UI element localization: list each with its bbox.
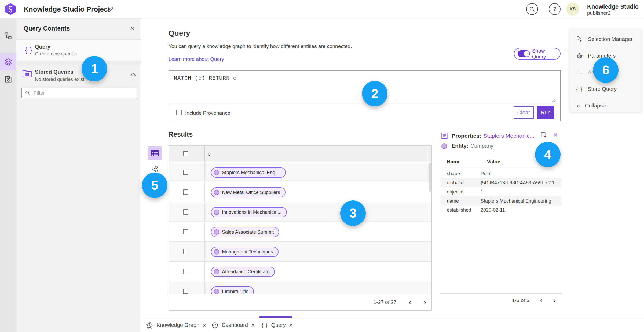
sidebar-item-data-model[interactable]: [0, 27, 16, 44]
table-view-button[interactable]: [148, 146, 162, 160]
property-row: objectid 1: [440, 187, 562, 196]
entity-dot-icon: [214, 249, 219, 255]
badge-number: 6: [602, 63, 609, 77]
panel-item-stored-queries[interactable]: Stored Queries No stored queries exist: [16, 65, 141, 86]
menu-item-label: Store Query: [588, 86, 617, 92]
property-row: established 2020-02-11: [440, 206, 562, 215]
account-name: Knowledge Studio: [587, 3, 639, 10]
top-bar: Knowledge Studio Project ? KS Knowledge …: [0, 0, 644, 18]
close-properties-button[interactable]: ×: [553, 131, 558, 139]
hexagon-logo-icon: [5, 3, 16, 16]
close-tab-icon[interactable]: ×: [251, 322, 255, 329]
entity-pill[interactable]: Innovations in Mechanical...: [211, 207, 287, 217]
entity-pill[interactable]: New Metal Office Suppliers: [211, 187, 286, 197]
menu-item-store-query[interactable]: { } Store Query: [570, 81, 642, 97]
menu-item-selection-manager[interactable]: Selection Manager: [570, 31, 642, 47]
next-page-button[interactable]: ›: [424, 299, 426, 306]
property-value: Point: [481, 171, 492, 177]
search-icon: [529, 6, 535, 12]
next-page-button[interactable]: ›: [553, 297, 556, 304]
divider: [169, 104, 560, 104]
row-checkbox[interactable]: [183, 249, 188, 254]
menu-item-label: Selection Manager: [588, 36, 633, 42]
sidebar-item-layers[interactable]: [0, 53, 16, 70]
chevron-up-icon[interactable]: [130, 73, 136, 76]
layers-icon: [4, 58, 12, 66]
select-all-checkbox[interactable]: [183, 151, 188, 156]
entity-type-value: Company: [470, 143, 493, 149]
account-role: publisher2: [587, 10, 611, 16]
results-table: e Staplers Mechanical Engi... New Metal …: [169, 145, 432, 311]
property-name: shape: [440, 171, 481, 177]
clear-button[interactable]: Clear: [514, 106, 534, 119]
include-provenance-label: Include Provenance: [185, 110, 230, 116]
annotation-badge-5: 5: [142, 173, 167, 198]
row-checkbox[interactable]: [183, 209, 188, 215]
menu-item-collapse[interactable]: » Collapse: [570, 97, 642, 114]
column-header-e: e: [208, 151, 211, 157]
learn-more-link[interactable]: Learn more about Query: [169, 56, 224, 62]
data-model-icon: [5, 32, 12, 40]
annotation-badge-2: 2: [362, 81, 387, 106]
results-pagination-text: 1-27 of 27: [374, 299, 397, 305]
entity-pill-label: Firebird Title: [222, 289, 248, 294]
sidebar-item-save[interactable]: [0, 71, 16, 88]
panel-title: Query Contents: [24, 25, 70, 32]
help-button[interactable]: ?: [549, 3, 561, 15]
close-tab-icon[interactable]: ×: [289, 322, 293, 329]
entity-pill[interactable]: Firebird Title: [211, 286, 254, 294]
row-checkbox[interactable]: [183, 269, 188, 274]
tab-query[interactable]: { } Query ×: [262, 318, 293, 332]
left-rail: »: [0, 18, 16, 332]
project-title: Knowledge Studio Project: [24, 5, 110, 13]
page-title: Query: [169, 29, 190, 38]
entity-pill[interactable]: Attendance Certificate: [211, 267, 275, 277]
close-tab-icon[interactable]: ×: [203, 322, 206, 329]
prev-page-button[interactable]: ‹: [540, 297, 542, 304]
table-row: Innovations in Mechanical...: [169, 202, 431, 222]
entity-dot-icon: [214, 210, 219, 215]
row-checkbox[interactable]: [183, 229, 188, 234]
row-checkbox[interactable]: [183, 170, 188, 175]
entity-pill[interactable]: Sales Associate Summit: [211, 227, 279, 237]
avatar[interactable]: KS: [566, 3, 579, 16]
tab-knowledge-graph[interactable]: Knowledge Graph ×: [146, 318, 206, 332]
close-panel-button[interactable]: ×: [130, 25, 134, 32]
link-chart-icon: [151, 166, 158, 173]
question-icon: ?: [553, 6, 556, 13]
entity-pill[interactable]: Managment Techniques: [211, 247, 279, 257]
row-checkbox[interactable]: [183, 289, 188, 294]
badge-number: 3: [349, 206, 357, 221]
scrollbar-track-divider: [428, 146, 428, 294]
panel-item-query[interactable]: { } Query Create new queries: [16, 40, 141, 61]
run-button[interactable]: Run: [537, 106, 554, 119]
clear-button-label: Clear: [517, 110, 530, 116]
prev-page-button[interactable]: ‹: [409, 299, 411, 306]
panel-item-query-sublabel: Create new queries: [35, 51, 77, 57]
property-name: globalid: [440, 180, 481, 186]
property-row: shape Point: [440, 169, 562, 178]
resize-handle[interactable]: [552, 98, 556, 102]
tab-dashboard[interactable]: Dashboard ×: [211, 318, 255, 332]
query-code-input[interactable]: MATCH (e) RETURN e: [174, 75, 237, 81]
entity-dot-icon: [214, 289, 219, 294]
search-button[interactable]: [526, 3, 538, 15]
divider: [16, 61, 141, 65]
braces-icon: { }: [576, 85, 583, 92]
entity-label: Entity:: [452, 143, 468, 149]
new-window-add-icon[interactable]: [540, 132, 547, 139]
show-query-toggle[interactable]: Show Query: [514, 48, 561, 60]
row-checkbox[interactable]: [183, 189, 188, 195]
edit-title-button[interactable]: [107, 5, 115, 13]
filter-input[interactable]: Filter: [21, 88, 137, 98]
properties-pagination-text: 1-5 of 5: [512, 297, 529, 303]
gear-icon: [576, 52, 583, 59]
knowledge-graph-icon: [146, 322, 153, 329]
property-value: {5D9B4713-F98D-4A53-A59F-C11...: [481, 180, 559, 186]
entity-pill[interactable]: Staplers Mechanical Engi...: [211, 167, 286, 178]
panel-item-query-label: Query: [35, 44, 50, 50]
include-provenance-checkbox[interactable]: [176, 110, 182, 115]
entity-pill-label: Sales Associate Summit: [222, 229, 274, 235]
properties-entity-link[interactable]: Staplers Mechanic...: [483, 133, 534, 139]
results-scrollbar[interactable]: [429, 163, 431, 192]
